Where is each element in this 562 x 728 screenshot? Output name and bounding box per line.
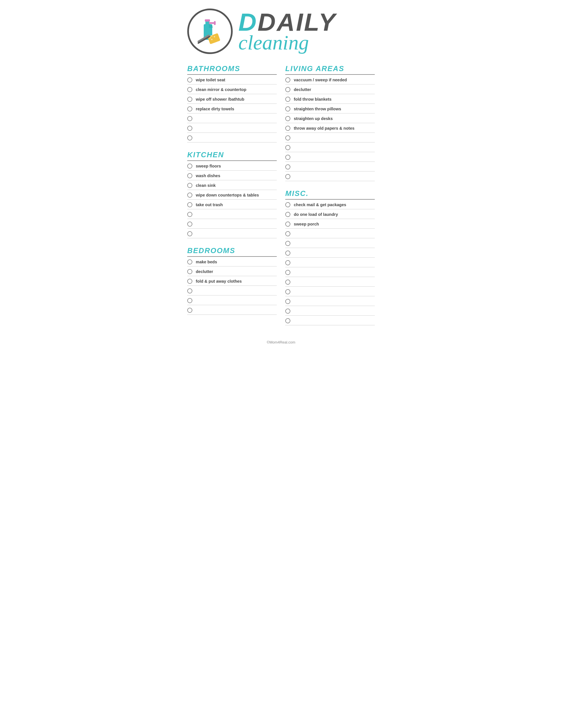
checkbox-circle[interactable]	[285, 116, 290, 121]
checkbox-circle[interactable]	[187, 193, 192, 198]
checkbox-circle[interactable]	[187, 173, 192, 178]
checkbox-circle[interactable]	[187, 77, 192, 82]
checkbox-circle[interactable]	[285, 164, 290, 169]
svg-rect-3	[209, 22, 215, 24]
checkbox-circle[interactable]	[285, 241, 290, 246]
checklist-item[interactable]: make beds	[187, 257, 277, 266]
checklist-item[interactable]	[187, 286, 277, 295]
checkbox-circle[interactable]	[285, 251, 290, 256]
checklist-item[interactable]	[285, 152, 375, 162]
checkbox-circle[interactable]	[187, 259, 192, 264]
checklist-item[interactable]: clean mirror & countertop	[187, 84, 277, 94]
checklist-item[interactable]: replace dirty towels	[187, 104, 277, 113]
checklist-item[interactable]	[285, 248, 375, 258]
checkbox-circle[interactable]	[187, 164, 192, 169]
checklist-item[interactable]: clean sink	[187, 180, 277, 190]
checklist-item[interactable]: vaccuum / sweep if needed	[285, 75, 375, 84]
checklist-item[interactable]: fold & put away clothes	[187, 276, 277, 286]
checkbox-circle[interactable]	[285, 202, 290, 207]
checklist-item[interactable]	[187, 229, 277, 238]
checkbox-circle[interactable]	[187, 212, 192, 217]
checkbox-circle[interactable]	[285, 289, 290, 294]
checklist-item[interactable]: fold throw blankets	[285, 94, 375, 104]
checkbox-circle[interactable]	[187, 288, 192, 293]
checklist-item[interactable]	[285, 133, 375, 142]
checklist-item[interactable]: wipe toilet seat	[187, 75, 277, 84]
checklist-item[interactable]	[285, 277, 375, 287]
checklist-item[interactable]: declutter	[187, 266, 277, 276]
checklist-item[interactable]: sweep porch	[285, 219, 375, 229]
checkbox-circle[interactable]	[187, 97, 192, 102]
item-label: wipe toilet seat	[196, 78, 225, 82]
checkbox-circle[interactable]	[187, 269, 192, 274]
checklist-item[interactable]	[187, 209, 277, 219]
checklist-item[interactable]	[285, 306, 375, 316]
checklist-item[interactable]	[285, 258, 375, 267]
checklist-item[interactable]: declutter	[285, 84, 375, 94]
checklist-item[interactable]: wash dishes	[187, 171, 277, 180]
checkbox-circle[interactable]	[285, 135, 290, 140]
checkbox-circle[interactable]	[285, 97, 290, 102]
item-label: do one load of laundry	[294, 212, 338, 217]
checkbox-circle[interactable]	[187, 87, 192, 92]
item-label: fold & put away clothes	[196, 279, 242, 284]
item-label: wipe off shower /bathtub	[196, 97, 244, 102]
checklist-item[interactable]	[285, 296, 375, 306]
checklist-item[interactable]: take out trash	[187, 200, 277, 209]
checklist-item[interactable]	[285, 267, 375, 277]
checkbox-circle[interactable]	[187, 231, 192, 236]
checkbox-circle[interactable]	[187, 183, 192, 188]
checklist-item[interactable]	[187, 113, 277, 123]
svg-rect-4	[214, 21, 216, 25]
checkbox-circle[interactable]	[285, 270, 290, 275]
checklist-item[interactable]	[187, 305, 277, 315]
checkbox-circle[interactable]	[285, 231, 290, 236]
checklist-item[interactable]	[285, 162, 375, 171]
checklist-item[interactable]: throw away old papers & notes	[285, 123, 375, 133]
item-label: wash dishes	[196, 173, 220, 178]
checklist-item[interactable]	[285, 238, 375, 248]
checkbox-circle[interactable]	[187, 222, 192, 227]
checklist-item[interactable]	[187, 133, 277, 142]
title-daily: DDAILY	[239, 10, 336, 35]
checklist-item[interactable]	[285, 171, 375, 181]
checklist-item[interactable]: check mail & get packages	[285, 200, 375, 209]
checkbox-circle[interactable]	[187, 116, 192, 121]
checklist-item[interactable]	[187, 219, 277, 229]
checkbox-circle[interactable]	[285, 318, 290, 323]
checklist-item[interactable]	[187, 123, 277, 133]
section-bathrooms: BATHROOMSwipe toilet seatclean mirror & …	[187, 64, 277, 142]
checkbox-circle[interactable]	[285, 299, 290, 304]
checkbox-circle[interactable]	[285, 145, 290, 150]
checkbox-circle[interactable]	[285, 126, 290, 131]
checklist-item[interactable]	[187, 295, 277, 305]
checkbox-circle[interactable]	[285, 280, 290, 285]
checklist-item[interactable]	[285, 142, 375, 152]
checklist-item[interactable]	[285, 287, 375, 296]
checklist-item[interactable]	[285, 316, 375, 325]
checkbox-circle[interactable]	[285, 174, 290, 179]
checkbox-circle[interactable]	[187, 135, 192, 140]
checkbox-circle[interactable]	[187, 106, 192, 111]
checkbox-circle[interactable]	[285, 222, 290, 227]
checklist-item[interactable]: straighten throw pillows	[285, 104, 375, 113]
checklist-item[interactable]: straighten up desks	[285, 113, 375, 123]
checkbox-circle[interactable]	[187, 279, 192, 284]
checklist-item[interactable]	[285, 229, 375, 238]
checkbox-circle[interactable]	[285, 106, 290, 111]
checkbox-circle[interactable]	[285, 77, 290, 82]
checklist-item[interactable]: do one load of laundry	[285, 209, 375, 219]
checkbox-circle[interactable]	[285, 309, 290, 314]
checkbox-circle[interactable]	[285, 260, 290, 265]
checkbox-circle[interactable]	[285, 87, 290, 92]
checklist-item[interactable]: wipe off shower /bathtub	[187, 94, 277, 104]
checkbox-circle[interactable]	[187, 308, 192, 313]
section-title-bathrooms: BATHROOMS	[187, 64, 277, 73]
checkbox-circle[interactable]	[285, 155, 290, 160]
checkbox-circle[interactable]	[187, 126, 192, 131]
checkbox-circle[interactable]	[187, 298, 192, 303]
checklist-item[interactable]: sweep floors	[187, 161, 277, 171]
checklist-item[interactable]: wipe down countertops & tables	[187, 190, 277, 200]
checkbox-circle[interactable]	[187, 202, 192, 207]
checkbox-circle[interactable]	[285, 212, 290, 217]
